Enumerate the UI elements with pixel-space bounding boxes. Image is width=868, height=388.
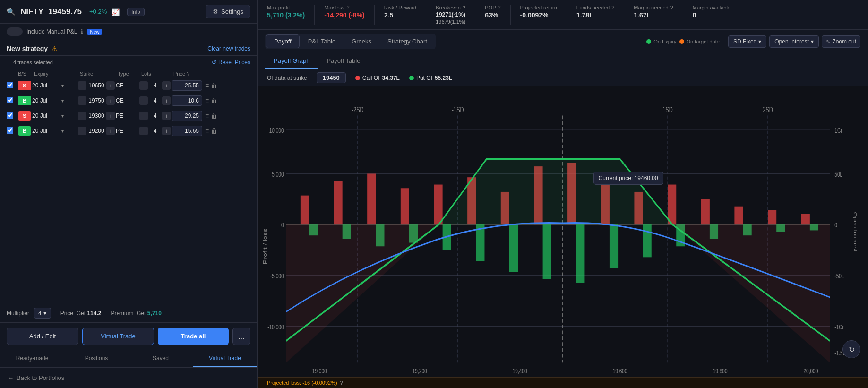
delete-icon-4[interactable]: 🗑 xyxy=(211,127,217,135)
strike-increment-4[interactable]: + xyxy=(106,127,115,135)
tab-ready-made[interactable]: Ready-made xyxy=(0,350,64,367)
price-help-icon[interactable]: ? xyxy=(187,71,189,77)
lots-increment-4[interactable]: + xyxy=(162,127,171,135)
price-input-1[interactable] xyxy=(172,80,202,91)
trade-all-button[interactable]: Trade all xyxy=(158,328,229,345)
strike-decrement-1[interactable]: − xyxy=(78,81,86,90)
payoff-chart-svg: -2SD -1SD 1SD 2SD 10,000 5,000 0 -5,000 … xyxy=(258,86,868,377)
lots-decrement-2[interactable]: − xyxy=(139,96,148,105)
info-icon[interactable]: ℹ xyxy=(81,28,83,35)
stat-pop: POP ? 63% xyxy=(475,5,510,25)
reorder-icon-3[interactable]: ≡ xyxy=(205,112,209,120)
strike-increment-2[interactable]: + xyxy=(106,96,115,105)
clear-trades-button[interactable]: Clear new trades xyxy=(207,45,250,52)
multiplier-selector[interactable]: 4 ▾ xyxy=(34,308,51,319)
projected-loss-help-icon[interactable]: ? xyxy=(340,380,343,386)
price-input-3[interactable] xyxy=(172,111,202,121)
oi-strike[interactable]: 19450 xyxy=(317,72,346,83)
type-value-2: CE xyxy=(116,97,138,104)
reorder-icon-2[interactable]: ≡ xyxy=(205,97,209,104)
legend-target-dot xyxy=(679,39,684,44)
strike-value-3: 19300 xyxy=(87,112,106,119)
oi-put: Put OI 55.23L xyxy=(409,75,452,81)
stat-funds-needed-label: Funds needed ? xyxy=(576,5,614,10)
tab-positions[interactable]: Positions xyxy=(64,350,129,367)
type-value-3: PE xyxy=(116,112,138,119)
header-price: Price ? xyxy=(173,71,211,77)
chart-subtabs: Payoff Graph Payoff Table xyxy=(258,53,868,69)
stat-margin-available-value: 0 xyxy=(693,11,730,19)
tab-virtual-trade[interactable]: Virtual Trade xyxy=(193,350,257,367)
price-input-2[interactable] xyxy=(172,95,202,106)
refresh-button[interactable]: ↻ xyxy=(842,340,860,358)
delete-icon-1[interactable]: 🗑 xyxy=(211,82,217,89)
virtual-trade-button[interactable]: Virtual Trade xyxy=(82,328,154,345)
open-interest-button[interactable]: Open Interest ▾ xyxy=(769,35,819,48)
search-icon[interactable]: 🔍 xyxy=(7,8,16,16)
svg-text:5,000: 5,000 xyxy=(272,170,284,178)
max-loss-help-icon[interactable]: ? xyxy=(347,5,350,10)
lots-decrement-1[interactable]: − xyxy=(139,81,148,90)
subtab-payoff-table[interactable]: Payoff Table xyxy=(318,53,369,69)
zoom-out-button[interactable]: ⤡ Zoom out xyxy=(822,35,860,48)
bs-badge-1: S xyxy=(18,81,31,90)
svg-rect-53 xyxy=(610,224,618,268)
bottom-tabs: Ready-made Positions Saved Virtual Trade xyxy=(0,350,257,367)
lots-increment-1[interactable]: + xyxy=(162,81,171,90)
zoom-icon: ⤡ xyxy=(826,38,831,45)
expiry-chevron-4[interactable]: ▾ xyxy=(61,129,64,134)
stat-margin-needed-label: Margin needed ? xyxy=(634,5,673,10)
delete-icon-2[interactable]: 🗑 xyxy=(211,97,217,104)
stat-funds-needed-value: 1.78L xyxy=(576,11,614,19)
reorder-icon-4[interactable]: ≡ xyxy=(205,127,209,135)
stat-max-loss-label: Max loss ? xyxy=(324,5,365,10)
manual-pnl-toggle[interactable] xyxy=(7,27,23,36)
margin-needed-help-icon[interactable]: ? xyxy=(670,5,673,10)
row-checkbox-3[interactable] xyxy=(7,112,13,119)
subtab-payoff-graph[interactable]: Payoff Graph xyxy=(265,53,318,69)
add-edit-button[interactable]: Add / Edit xyxy=(7,328,78,345)
header-lots: Lots xyxy=(141,71,172,77)
stat-funds-needed: Funds needed ? 1.78L xyxy=(567,5,624,25)
lots-decrement-3[interactable]: − xyxy=(139,112,148,120)
lots-increment-2[interactable]: + xyxy=(162,96,171,105)
stat-max-profit-value: 5,710 (3.2%) xyxy=(267,11,305,19)
expiry-chevron-1[interactable]: ▾ xyxy=(61,83,64,88)
strike-decrement-2[interactable]: − xyxy=(78,96,86,105)
strike-decrement-4[interactable]: − xyxy=(78,127,86,135)
delete-icon-3[interactable]: 🗑 xyxy=(211,112,217,120)
ticker-price: 19459.75 xyxy=(48,7,82,17)
tab-pl-table[interactable]: P&L Table xyxy=(301,34,344,48)
tab-greeks[interactable]: Greeks xyxy=(344,34,379,48)
info-badge[interactable]: Info xyxy=(127,8,144,16)
tab-payoff[interactable]: Payoff xyxy=(266,34,300,48)
breakeven-help-icon[interactable]: ? xyxy=(463,5,465,10)
strike-increment-1[interactable]: + xyxy=(106,81,115,90)
left-panel: 🔍 NIFTY 19459.75 +0.2% 📈 Info ⚙ Settings… xyxy=(0,0,258,388)
strike-increment-3[interactable]: + xyxy=(106,112,115,120)
pop-help-icon[interactable]: ? xyxy=(498,5,500,10)
expiry-chevron-2[interactable]: ▾ xyxy=(61,98,64,103)
svg-rect-51 xyxy=(543,224,551,279)
row-checkbox-2[interactable] xyxy=(7,97,13,103)
back-to-portfolios-button[interactable]: ← Back to Portfolios xyxy=(0,367,257,388)
settings-button[interactable]: ⚙ Settings xyxy=(206,5,250,18)
row-checkbox-1[interactable] xyxy=(7,82,13,88)
stat-projected-return: Projected return -0.0092% xyxy=(511,5,567,25)
expiry-chevron-3[interactable]: ▾ xyxy=(61,113,64,119)
funds-help-icon[interactable]: ? xyxy=(611,5,614,10)
lots-increment-3[interactable]: + xyxy=(162,112,171,120)
sd-fixed-button[interactable]: SD Fixed ▾ xyxy=(728,35,766,48)
svg-rect-40 xyxy=(701,199,710,224)
more-button[interactable]: ... xyxy=(232,328,250,345)
reset-prices-button[interactable]: ↺ Reset Prices xyxy=(212,59,250,66)
strike-decrement-3[interactable]: − xyxy=(78,112,86,120)
lots-decrement-4[interactable]: − xyxy=(139,127,148,135)
type-value-4: PE xyxy=(116,128,138,134)
row-checkbox-4[interactable] xyxy=(7,127,13,134)
summary-row: Multiplier 4 ▾ Price Get 114.2 Premium G… xyxy=(0,304,257,322)
price-input-4[interactable] xyxy=(172,126,202,136)
tab-strategy-chart[interactable]: Strategy Chart xyxy=(380,34,435,48)
tab-saved[interactable]: Saved xyxy=(129,350,193,367)
reorder-icon-1[interactable]: ≡ xyxy=(205,82,209,89)
